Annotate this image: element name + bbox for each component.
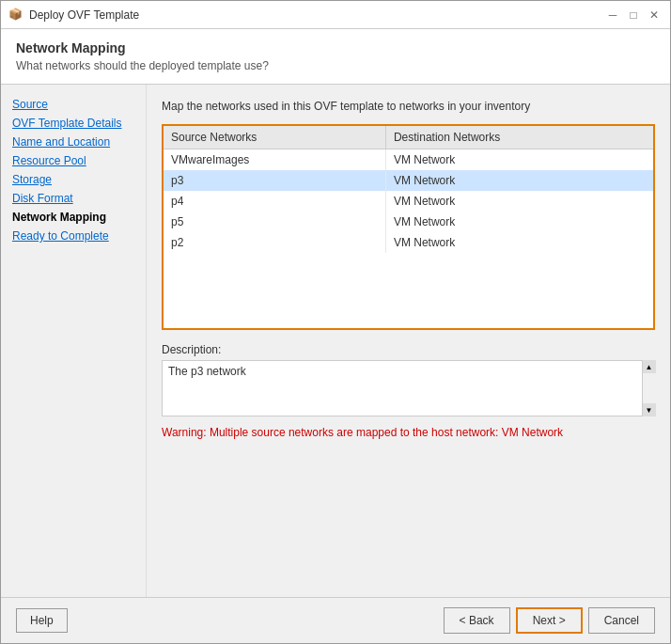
footer: Help < Back Next > Cancel (1, 597, 670, 643)
table-row[interactable]: p5 VM Network (164, 212, 653, 232)
next-button[interactable]: Next > (516, 607, 583, 634)
sidebar-item-ovf-template-details[interactable]: OVF Template Details (8, 115, 138, 132)
footer-right: < Back Next > Cancel (444, 607, 655, 634)
help-button[interactable]: Help (16, 608, 68, 633)
close-button[interactable]: ✕ (646, 7, 663, 24)
maximize-button[interactable]: □ (625, 7, 642, 24)
window-icon: 📦 (8, 8, 23, 23)
header-section: Network Mapping What networks should the… (1, 29, 670, 85)
window-title: Deploy OVF Template (29, 8, 139, 22)
network-table: Source Networks Destination Networks VMw… (164, 126, 653, 253)
sidebar-item-disk-format[interactable]: Disk Format (8, 190, 138, 207)
destination-network-cell: VM Network (385, 170, 653, 191)
title-bar: 📦 Deploy OVF Template ─ □ ✕ (1, 1, 670, 29)
instruction-text: Map the networks used in this OVF templa… (162, 100, 655, 113)
sidebar-item-resource-pool[interactable]: Resource Pool (8, 152, 138, 169)
source-network-cell: p5 (164, 212, 385, 232)
source-network-cell: VMwareImages (164, 149, 385, 171)
sidebar-item-source[interactable]: Source (8, 96, 138, 113)
sidebar-item-network-mapping: Network Mapping (8, 209, 138, 226)
destination-network-cell: VM Network (385, 149, 653, 171)
title-bar-left: 📦 Deploy OVF Template (8, 8, 139, 23)
scroll-up-arrow[interactable]: ▲ (643, 360, 656, 373)
content-area: SourceOVF Template DetailsName and Locat… (1, 85, 670, 597)
title-bar-controls: ─ □ ✕ (604, 7, 663, 24)
page-subtitle: What networks should the deployed templa… (16, 59, 655, 72)
sidebar: SourceOVF Template DetailsName and Locat… (1, 85, 147, 597)
description-label: Description: (162, 343, 655, 356)
col-source: Source Networks (164, 126, 385, 149)
sidebar-item-name-and-location[interactable]: Name and Location (8, 134, 138, 150)
source-network-cell: p3 (164, 170, 385, 191)
description-box: The p3 network (162, 360, 655, 416)
col-destination: Destination Networks (385, 126, 653, 149)
warning-text: Warning: Multiple source networks are ma… (162, 426, 655, 439)
sidebar-item-ready-to-complete[interactable]: Ready to Complete (8, 228, 138, 244)
description-scrollbar[interactable]: ▲ ▼ (642, 360, 655, 416)
page-title: Network Mapping (16, 40, 655, 55)
table-row[interactable]: VMwareImages VM Network (164, 149, 653, 171)
source-network-cell: p4 (164, 191, 385, 212)
description-wrapper: The p3 network ▲ ▼ (162, 360, 655, 416)
cancel-button[interactable]: Cancel (588, 607, 655, 634)
table-row[interactable]: p4 VM Network (164, 191, 653, 212)
sidebar-item-storage[interactable]: Storage (8, 171, 138, 188)
footer-left: Help (16, 608, 68, 633)
destination-network-cell: VM Network (385, 191, 653, 212)
table-row[interactable]: p2 VM Network (164, 232, 653, 253)
minimize-button[interactable]: ─ (604, 7, 621, 24)
back-button[interactable]: < Back (444, 607, 510, 634)
destination-network-cell: VM Network (385, 232, 653, 253)
description-text: The p3 network (168, 365, 246, 378)
table-row[interactable]: p3 VM Network (164, 170, 653, 191)
destination-network-cell: VM Network (385, 212, 653, 232)
table-header-row: Source Networks Destination Networks (164, 126, 653, 149)
network-table-container: Source Networks Destination Networks VMw… (162, 124, 655, 330)
scroll-down-arrow[interactable]: ▼ (643, 403, 656, 416)
main-content: Map the networks used in this OVF templa… (147, 85, 670, 597)
source-network-cell: p2 (164, 232, 385, 253)
main-window: 📦 Deploy OVF Template ─ □ ✕ Network Mapp… (0, 0, 671, 644)
table-empty-area (164, 253, 653, 328)
